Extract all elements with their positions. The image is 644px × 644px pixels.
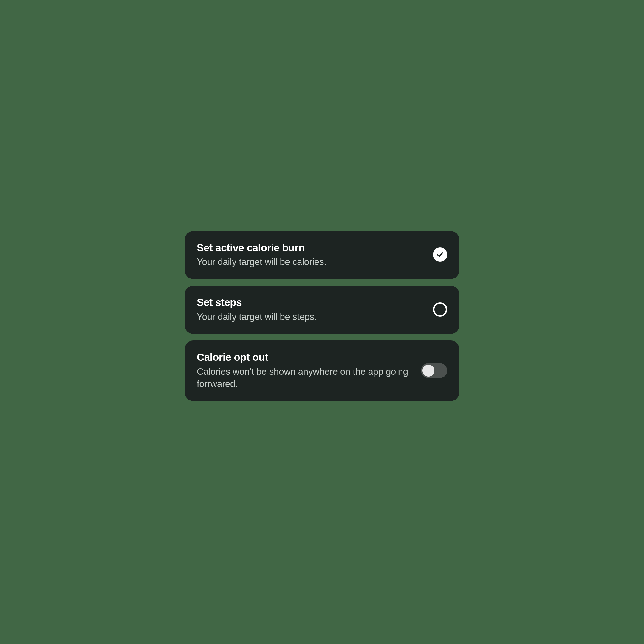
option-card-text: Calorie opt out Calories won’t be shown … [197,351,412,390]
option-card-text: Set steps Your daily target will be step… [197,296,424,323]
toggle-knob-icon [422,365,434,377]
check-icon [436,251,444,258]
option-title: Set steps [197,296,424,309]
radio-unselected-icon[interactable] [433,302,447,317]
radio-selected-icon[interactable] [433,247,447,262]
settings-card-list: Set active calorie burn Your daily targe… [185,231,459,401]
option-card-calorie-burn[interactable]: Set active calorie burn Your daily targe… [185,231,459,279]
option-title: Calorie opt out [197,351,412,364]
settings-panel-stage: Set active calorie burn Your daily targe… [107,107,537,537]
option-subtitle: Your daily target will be steps. [197,311,424,323]
option-subtitle: Your daily target will be calories. [197,256,424,268]
option-card-calorie-opt-out[interactable]: Calorie opt out Calories won’t be shown … [185,340,459,401]
toggle-switch[interactable] [421,363,447,378]
option-subtitle: Calories won’t be shown anywhere on the … [197,366,412,391]
option-card-text: Set active calorie burn Your daily targe… [197,241,424,269]
option-card-steps[interactable]: Set steps Your daily target will be step… [185,286,459,334]
option-title: Set active calorie burn [197,241,424,254]
